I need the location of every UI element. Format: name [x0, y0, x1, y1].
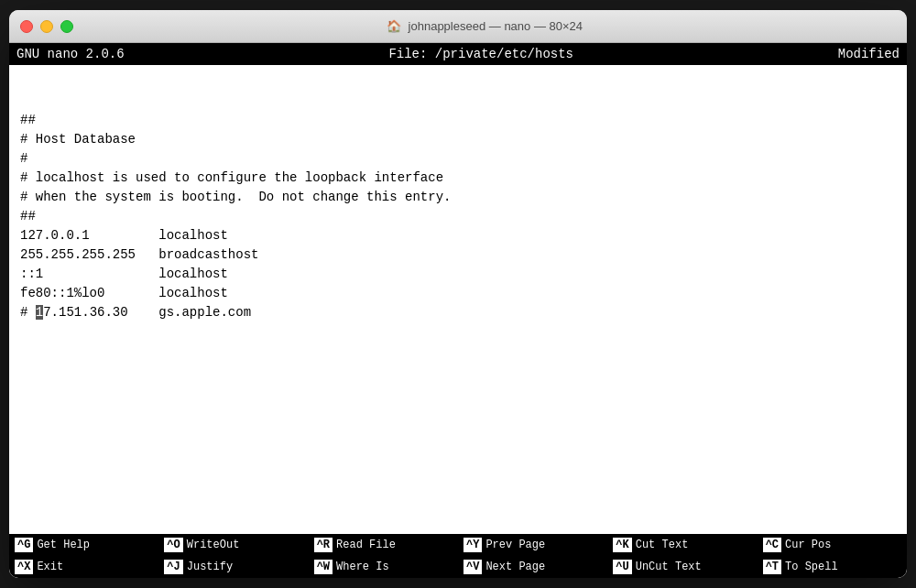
traffic-lights — [20, 20, 73, 33]
label-to-spell: To Spell — [785, 561, 838, 573]
house-icon: 🏠 — [387, 19, 401, 33]
footer-writeout[interactable]: ^O WriteOut — [158, 534, 308, 556]
close-button[interactable] — [20, 20, 33, 33]
label-cut-text: Cut Text — [636, 539, 689, 551]
label-exit: Exit — [37, 561, 63, 573]
window: 🏠 johnappleseed — nano — 80×24 GNU nano … — [9, 10, 907, 578]
cursor: 1 — [36, 305, 43, 320]
nano-filename: File: /private/etc/hosts — [388, 47, 573, 61]
footer-next-page[interactable]: ^V Next Page — [458, 556, 607, 578]
nano-footer: ^G Get Help ^O WriteOut ^R Read File ^Y … — [9, 534, 907, 578]
footer-read-file[interactable]: ^R Read File — [309, 534, 458, 556]
key-prev-page: ^Y — [463, 538, 482, 552]
window-title: 🏠 johnappleseed — nano — 80×24 — [73, 19, 896, 33]
key-uncut-text: ^U — [613, 560, 631, 574]
key-cur-pos: ^C — [763, 538, 781, 552]
label-prev-page: Prev Page — [485, 539, 545, 551]
key-cut-text: ^K — [613, 538, 631, 552]
key-read-file: ^R — [314, 538, 333, 552]
nano-editor[interactable]: ## # Host Database # # localhost is used… — [9, 65, 907, 534]
key-writeout: ^O — [164, 538, 182, 552]
footer-row-1: ^G Get Help ^O WriteOut ^R Read File ^Y … — [9, 534, 907, 556]
nano-version: GNU nano 2.0.6 — [16, 47, 125, 61]
nano-modified: Modified — [838, 47, 900, 61]
key-get-help: ^G — [15, 538, 33, 552]
label-next-page: Next Page — [485, 561, 545, 573]
label-writeout: WriteOut — [187, 539, 240, 551]
titlebar: 🏠 johnappleseed — nano — 80×24 — [9, 10, 907, 43]
maximize-button[interactable] — [60, 20, 73, 33]
label-cur-pos: Cur Pos — [785, 539, 831, 551]
footer-uncut-text[interactable]: ^U UnCut Text — [607, 556, 757, 578]
label-where-is: Where Is — [336, 561, 389, 573]
key-next-page: ^V — [463, 560, 482, 574]
footer-exit[interactable]: ^X Exit — [9, 556, 158, 578]
footer-cut-text[interactable]: ^K Cut Text — [607, 534, 757, 556]
label-get-help: Get Help — [37, 539, 90, 551]
footer-row-2: ^X Exit ^J Justify ^W Where Is ^V Next P… — [9, 556, 907, 578]
label-read-file: Read File — [336, 539, 396, 551]
key-justify: ^J — [164, 560, 182, 574]
footer-to-spell[interactable]: ^T To Spell — [758, 556, 907, 578]
content-line-0: ## # Host Database # # localhost is used… — [20, 113, 451, 320]
key-where-is: ^W — [314, 560, 333, 574]
footer-cur-pos[interactable]: ^C Cur Pos — [758, 534, 907, 556]
minimize-button[interactable] — [40, 20, 53, 33]
footer-get-help[interactable]: ^G Get Help — [9, 534, 158, 556]
label-uncut-text: UnCut Text — [636, 561, 702, 573]
key-exit: ^X — [15, 560, 33, 574]
footer-where-is[interactable]: ^W Where Is — [309, 556, 458, 578]
nano-header: GNU nano 2.0.6 File: /private/etc/hosts … — [9, 43, 907, 65]
label-justify: Justify — [187, 561, 233, 573]
footer-prev-page[interactable]: ^Y Prev Page — [458, 534, 607, 556]
terminal[interactable]: GNU nano 2.0.6 File: /private/etc/hosts … — [9, 43, 907, 578]
footer-justify[interactable]: ^J Justify — [158, 556, 308, 578]
key-to-spell: ^T — [763, 560, 781, 574]
